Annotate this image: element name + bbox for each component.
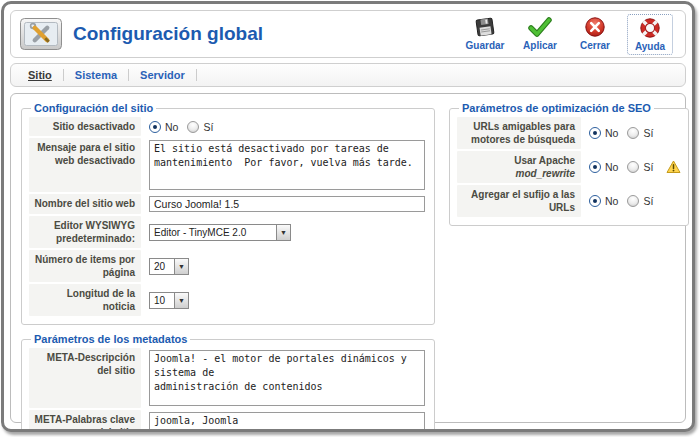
field-label: META-Palabras clave del sitio [29, 410, 141, 432]
field-row-meta-keywords: META-Palabras clave del sitio joomla, Jo… [29, 410, 427, 432]
apply-button[interactable]: Aplicar [517, 14, 563, 53]
apply-label: Aplicar [523, 40, 557, 51]
field-row-meta-description: META-Descripción del sitio Joomla! - el … [29, 348, 427, 408]
close-button[interactable]: Cerrar [572, 14, 618, 53]
radio-selected-icon[interactable] [589, 127, 601, 139]
radio-selected-icon[interactable] [149, 121, 161, 133]
radio-unselected-icon[interactable] [627, 195, 639, 207]
tab-sitio[interactable]: Sitio [17, 69, 63, 81]
tab-sistema[interactable]: Sistema [64, 69, 128, 81]
field-label: Sitio desactivado [29, 117, 141, 136]
field-row-offline-message: Mensaje para el sitio web desactivado El… [29, 138, 427, 192]
field-row-editor: Editor WYSIWYG predeterminado: Editor - … [29, 216, 427, 248]
dropdown-arrow-icon [174, 259, 188, 274]
seo-legend: Parámetros de optimización de SEO [459, 102, 654, 114]
site-name-input[interactable] [149, 196, 425, 212]
configuration-tools-icon [19, 17, 63, 51]
field-row-feed-length: Longitud de la noticia 10 [29, 284, 427, 316]
close-label: Cerrar [580, 40, 610, 51]
radio-option-si[interactable]: Sí [627, 127, 653, 139]
radio-option-si[interactable]: Sí [627, 161, 653, 173]
fieldset-metadata: Parámetros de los metadatos META-Descrip… [21, 333, 435, 432]
field-label: Usar Apache mod_rewrite [457, 151, 581, 183]
right-column: Parámetros de optimización de SEO URLs a… [449, 102, 675, 234]
dropdown-arrow-icon [276, 225, 290, 240]
screenshot-root: Configuración global [0, 0, 700, 437]
field-label: Longitud de la noticia [29, 284, 141, 316]
save-button[interactable]: Guardar [462, 14, 508, 53]
help-label: Ayuda [635, 41, 665, 52]
global-configuration-window: Configuración global [1, 1, 695, 432]
radio-unselected-icon[interactable] [627, 127, 639, 139]
close-circle-icon [584, 16, 606, 38]
radio-unselected-icon[interactable] [187, 121, 199, 133]
tab-separator [196, 69, 197, 81]
metadata-legend: Parámetros de los metadatos [31, 333, 190, 345]
main-panel: Configuración del sitio Sitio desactivad… [10, 93, 686, 423]
toolbar: Guardar Aplicar [462, 14, 673, 55]
radio-selected-icon[interactable] [589, 195, 601, 207]
field-row-mod-rewrite: Usar Apache mod_rewrite No Sí [457, 151, 681, 183]
field-row-url-suffix: Agregar el sufijo a las URLs No Sí [457, 185, 681, 217]
page-header: Configuración global [10, 10, 686, 58]
field-label: URLs amigables para motores de búsqueda [457, 117, 581, 149]
radio-option-si[interactable]: Sí [627, 195, 653, 207]
field-row-items-per-page: Número de items por página 20 [29, 250, 427, 282]
meta-keywords-textarea[interactable]: joomla, Joomla [149, 412, 425, 432]
radio-option-no[interactable]: No [589, 127, 618, 139]
editor-select[interactable]: Editor - TinyMCE 2.0 [149, 224, 291, 241]
green-check-icon [528, 16, 552, 38]
field-row-site-name: Nombre del sitio web [29, 194, 427, 214]
floppy-disk-icon [474, 16, 496, 38]
radio-option-si[interactable]: Sí [187, 121, 213, 133]
dropdown-arrow-icon [174, 293, 188, 308]
fieldset-site-config: Configuración del sitio Sitio desactivad… [21, 102, 435, 325]
left-column: Configuración del sitio Sitio desactivad… [21, 102, 435, 432]
field-label: Mensaje para el sitio web desactivado [29, 138, 141, 192]
meta-description-textarea[interactable]: Joomla! - el motor de portales dinámicos… [149, 350, 425, 406]
fieldset-seo: Parámetros de optimización de SEO URLs a… [449, 102, 689, 226]
tab-bar: Sitio Sistema Servidor [10, 63, 686, 87]
tab-servidor[interactable]: Servidor [129, 69, 196, 81]
help-button[interactable]: Ayuda [627, 14, 673, 55]
radio-option-no[interactable]: No [589, 161, 618, 173]
lifebuoy-icon [639, 17, 661, 39]
field-label: Editor WYSIWYG predeterminado: [29, 216, 141, 248]
radio-unselected-icon[interactable] [627, 161, 639, 173]
field-label: META-Descripción del sitio [29, 348, 141, 408]
feed-length-select[interactable]: 10 [149, 292, 189, 309]
save-label: Guardar [466, 40, 505, 51]
field-row-friendly-urls: URLs amigables para motores de búsqueda … [457, 117, 681, 149]
page-title: Configuración global [73, 23, 263, 45]
field-label: Agregar el sufijo a las URLs [457, 185, 581, 217]
radio-option-no[interactable]: No [589, 195, 618, 207]
field-label: Número de items por página [29, 250, 141, 282]
warning-triangle-icon [666, 160, 681, 174]
site-config-legend: Configuración del sitio [31, 102, 156, 114]
radio-selected-icon[interactable] [589, 161, 601, 173]
radio-option-no[interactable]: No [149, 121, 178, 133]
offline-message-textarea[interactable]: El sitio está desactivado por tareas de … [149, 140, 425, 190]
field-label: Nombre del sitio web [29, 194, 141, 214]
field-row-site-offline: Sitio desactivado No Sí [29, 117, 427, 136]
items-per-page-select[interactable]: 20 [149, 258, 189, 275]
